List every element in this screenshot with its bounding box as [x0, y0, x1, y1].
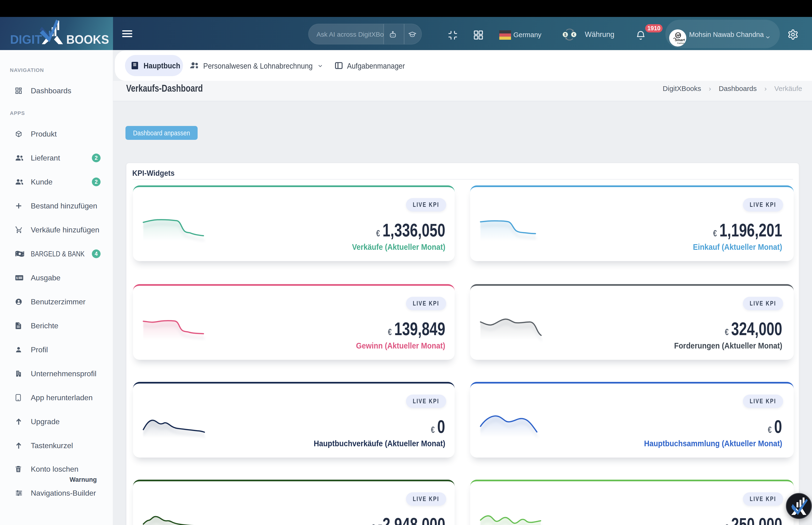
svg-text:A: A [678, 34, 680, 36]
svg-text:DIGIT: DIGIT [10, 33, 42, 46]
svg-text:$: $ [564, 33, 566, 37]
svg-text:$: $ [16, 276, 18, 280]
svg-text:€: € [573, 33, 575, 36]
svg-text:Smart: Smart [675, 38, 685, 42]
svg-text:Fashion: Fashion [677, 42, 685, 44]
svg-text:BOOKS: BOOKS [66, 33, 109, 46]
